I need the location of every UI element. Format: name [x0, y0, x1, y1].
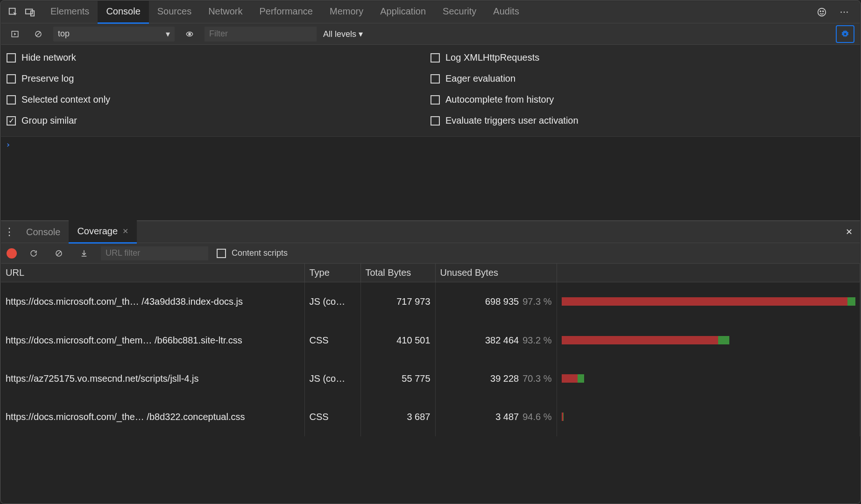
tab-performance[interactable]: Performance [251, 0, 322, 24]
setting-hide-network[interactable]: Hide network [7, 50, 430, 65]
checkbox-icon [430, 116, 440, 126]
coverage-table-header: URLTypeTotal BytesUnused Bytes [1, 264, 860, 282]
content-scripts-checkbox[interactable]: Content scripts [217, 248, 288, 258]
coverage-total-cell: 717 973 [360, 282, 435, 321]
record-button[interactable] [7, 248, 17, 259]
svg-point-8 [847, 11, 848, 13]
tab-sources[interactable]: Sources [149, 0, 200, 24]
console-settings-button[interactable] [836, 25, 854, 43]
reload-icon[interactable] [25, 245, 42, 262]
checkbox-icon [7, 95, 16, 105]
checkbox-icon [7, 116, 16, 126]
svg-line-11 [36, 32, 41, 36]
coverage-total-cell: 55 775 [360, 359, 435, 398]
checkbox-icon [7, 53, 16, 63]
coverage-row[interactable]: https://docs.microsoft.com/_them… /b66bc… [1, 321, 860, 359]
coverage-bar-cell [557, 321, 860, 359]
svg-point-6 [840, 11, 842, 13]
coverage-type-cell: JS (co… [304, 282, 360, 321]
coverage-total-cell: 3 687 [360, 398, 435, 436]
coverage-unused-cell: 3 48794.6 % [435, 398, 557, 436]
console-settings-panel: Hide networkPreserve logSelected context… [1, 45, 860, 137]
setting-eager-evaluation[interactable]: Eager evaluation [430, 71, 854, 86]
tab-audits[interactable]: Audits [485, 0, 528, 24]
console-toolbar: top All levels [1, 23, 860, 45]
setting-selected-context-only[interactable]: Selected context only [7, 92, 430, 107]
col-unused-bytes[interactable]: Unused Bytes [435, 264, 557, 282]
coverage-total-cell: 410 501 [360, 321, 435, 359]
tab-elements[interactable]: Elements [42, 0, 98, 24]
coverage-url-filter-input[interactable] [101, 246, 208, 260]
coverage-type-cell: JS (co… [304, 359, 360, 398]
checkbox-icon [430, 74, 440, 84]
console-prompt-icon: › [6, 140, 11, 149]
setting-label: Preserve log [21, 73, 74, 84]
coverage-bar-cell [557, 398, 860, 436]
col-url[interactable]: URL [1, 264, 304, 282]
coverage-url-cell: https://docs.microsoft.com/_th… /43a9dd3… [1, 282, 304, 321]
setting-preserve-log[interactable]: Preserve log [7, 71, 430, 86]
drawer-close-icon[interactable]: ✕ [846, 227, 860, 237]
drawer-toolbar: ⋮ ConsoleCoverage✕ ✕ [1, 221, 860, 243]
coverage-toolbar: Content scripts [1, 243, 860, 264]
drawer-tab-coverage[interactable]: Coverage✕ [69, 220, 137, 244]
inspect-icon[interactable] [5, 4, 21, 21]
setting-autocomplete-from-history[interactable]: Autocomplete from history [430, 92, 854, 107]
setting-label: Log XMLHttpRequests [445, 52, 539, 63]
setting-label: Hide network [21, 52, 76, 63]
checkbox-icon [430, 53, 440, 63]
coverage-table: URLTypeTotal BytesUnused Bytes https://d… [1, 264, 860, 436]
coverage-type-cell: CSS [304, 398, 360, 436]
more-icon[interactable] [836, 4, 853, 21]
tab-memory[interactable]: Memory [321, 0, 372, 24]
coverage-type-cell: CSS [304, 321, 360, 359]
setting-log-xmlhttprequests[interactable]: Log XMLHttpRequests [430, 50, 854, 65]
setting-evaluate-triggers-user-activation[interactable]: Evaluate triggers user activation [430, 113, 854, 128]
drawer-tab-console[interactable]: Console [18, 220, 69, 244]
svg-rect-1 [26, 9, 33, 14]
export-icon[interactable] [76, 245, 92, 262]
svg-point-12 [188, 33, 191, 35]
tab-application[interactable]: Application [372, 0, 434, 24]
log-levels-select[interactable]: All levels [323, 29, 363, 39]
setting-label: Eager evaluation [445, 73, 515, 84]
setting-label: Selected context only [21, 94, 110, 105]
coverage-unused-cell: 698 93597.3 % [435, 282, 557, 321]
svg-point-3 [818, 8, 826, 16]
svg-point-7 [844, 11, 845, 13]
tab-console[interactable]: Console [98, 0, 148, 24]
col-visualization[interactable] [557, 264, 860, 282]
drawer-tab-label: Console [26, 227, 60, 238]
coverage-row[interactable]: https://docs.microsoft.com/_th… /43a9dd3… [1, 282, 860, 321]
tab-security[interactable]: Security [434, 0, 485, 24]
main-toolbar: ElementsConsoleSourcesNetworkPerformance… [1, 1, 860, 23]
tab-network[interactable]: Network [200, 0, 251, 24]
coverage-row[interactable]: https://docs.microsoft.com/_the… /b8d322… [1, 398, 860, 436]
col-total-bytes[interactable]: Total Bytes [360, 264, 435, 282]
coverage-url-cell: https://docs.microsoft.com/_the… /b8d322… [1, 398, 304, 436]
drawer-more-icon[interactable]: ⋮ [1, 226, 18, 238]
close-tab-icon[interactable]: ✕ [122, 227, 128, 236]
content-scripts-label: Content scripts [232, 248, 288, 258]
coverage-bar-cell [557, 282, 860, 321]
device-toggle-icon[interactable] [21, 4, 38, 21]
setting-group-similar[interactable]: Group similar [7, 113, 430, 128]
console-filter-input[interactable] [205, 27, 317, 42]
clear-coverage-icon[interactable] [50, 245, 67, 262]
smiley-icon[interactable] [813, 4, 830, 21]
setting-label: Autocomplete from history [445, 94, 554, 105]
toggle-sidebar-icon[interactable] [7, 26, 23, 42]
live-expression-icon[interactable] [181, 26, 198, 42]
top-tabs: ElementsConsoleSourcesNetworkPerformance… [42, 0, 528, 24]
svg-point-14 [844, 33, 847, 35]
checkbox-icon [430, 95, 440, 105]
col-type[interactable]: Type [304, 264, 360, 282]
drawer-tab-label: Coverage [77, 226, 118, 237]
console-input-area[interactable]: › [1, 137, 860, 221]
context-value: top [58, 29, 70, 39]
context-select[interactable]: top [53, 27, 175, 42]
clear-console-icon[interactable] [30, 26, 47, 42]
coverage-row[interactable]: https://az725175.vo.msecnd.net/scripts/j… [1, 359, 860, 398]
svg-point-4 [820, 11, 821, 12]
coverage-url-cell: https://az725175.vo.msecnd.net/scripts/j… [1, 359, 304, 398]
